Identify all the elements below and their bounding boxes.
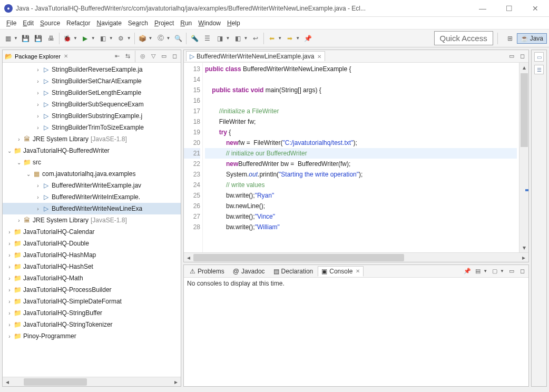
scrollbar-thumb[interactable] xyxy=(521,73,528,147)
code-line[interactable]: newBufferedWriter bw = BufferedWriter(fw… xyxy=(205,159,517,169)
chevron-down-icon[interactable]: ▼ xyxy=(278,36,282,41)
pin-icon[interactable]: 📌 xyxy=(302,33,313,44)
expand-icon[interactable]: › xyxy=(6,310,13,316)
tree-item[interactable]: ›🏛JRE System Library[JavaSE-1.8] xyxy=(3,214,181,226)
forward-icon[interactable]: ➡ xyxy=(284,33,296,44)
scrollbar-thumb[interactable] xyxy=(193,254,404,261)
maximize-icon[interactable]: ◻ xyxy=(518,267,526,276)
expand-icon[interactable]: › xyxy=(34,102,42,107)
new-icon[interactable]: ▦ xyxy=(2,33,14,44)
minimize-icon[interactable]: ▭ xyxy=(507,52,516,61)
expand-icon[interactable]: › xyxy=(34,125,42,131)
focus-icon[interactable]: ◎ xyxy=(139,52,147,61)
expand-icon[interactable]: › xyxy=(34,67,42,73)
code-line[interactable]: public static void main(String[] args) { xyxy=(205,85,517,95)
code-line[interactable]: FileWriter fw; xyxy=(205,116,517,127)
run-icon[interactable]: ▶ xyxy=(80,33,91,44)
expand-icon[interactable]: › xyxy=(6,241,13,247)
tree-item[interactable]: ›📁Pinoy-Programmer xyxy=(3,330,181,342)
pin-console-icon[interactable]: 📌 xyxy=(463,267,472,276)
expand-icon[interactable]: › xyxy=(6,229,13,235)
code-editor[interactable]: public class BufferedWriterWriteNewLineE… xyxy=(203,63,519,252)
code-line[interactable]: bw.write();"Vince" xyxy=(205,211,517,222)
save-icon[interactable]: 💾 xyxy=(20,33,32,44)
tree-item[interactable]: ⌄📁JavaTutorialHQ-BufferedWriter xyxy=(3,145,181,156)
scroll-up-icon[interactable]: ▴ xyxy=(519,63,528,72)
horizontal-scrollbar[interactable]: ◂ ▸ xyxy=(3,377,181,386)
chevron-down-icon[interactable]: ▼ xyxy=(296,36,300,41)
expand-icon[interactable]: › xyxy=(34,90,42,96)
tree-item[interactable]: ›📁JavaTutorialHQ-Calendar xyxy=(3,226,181,238)
tree-item[interactable]: ›▷StringBuilderSetLengthExample xyxy=(3,87,181,99)
code-line[interactable]: bw.write();"Ryan" xyxy=(205,190,517,201)
tree-item[interactable]: ›▷StringBuilderSubSequenceExam xyxy=(3,99,181,110)
expand-icon[interactable]: › xyxy=(6,299,13,305)
tree-item[interactable]: ›▷StringBuilderTrimToSizeExample xyxy=(3,122,181,133)
expand-icon[interactable]: › xyxy=(6,322,13,328)
debug-icon[interactable]: 🐞 xyxy=(62,33,73,44)
chevron-down-icon[interactable]: ▼ xyxy=(483,269,487,273)
expand-icon[interactable]: › xyxy=(6,287,13,293)
minimize-icon[interactable]: ▭ xyxy=(160,52,168,61)
scroll-left-icon[interactable]: ◂ xyxy=(3,377,12,387)
chevron-down-icon[interactable]: ▼ xyxy=(91,36,95,41)
tree-item[interactable]: ›📁JavaTutorialHQ-HashSet xyxy=(3,261,181,272)
tab-problems[interactable]: ⚠Problems xyxy=(186,266,228,277)
annotation-icon[interactable]: ◨ xyxy=(214,33,226,44)
minimize-icon[interactable]: ▭ xyxy=(507,267,516,276)
menu-window[interactable]: Window xyxy=(195,18,224,28)
new-class-icon[interactable]: Ⓒ xyxy=(155,33,166,44)
tree-item[interactable]: ›📁JavaTutorialHQ-ProcessBuilder xyxy=(3,284,181,296)
expand-icon[interactable]: › xyxy=(6,264,13,270)
search-icon[interactable]: 🔦 xyxy=(189,33,200,44)
chevron-down-icon[interactable]: ▼ xyxy=(500,269,504,273)
expand-icon[interactable]: › xyxy=(15,136,23,142)
new-package-icon[interactable]: 📦 xyxy=(137,33,149,44)
menu-edit[interactable]: Edit xyxy=(19,18,37,28)
tree-item[interactable]: ›📁JavaTutorialHQ-HashMap xyxy=(3,249,181,261)
menu-source[interactable]: Source xyxy=(37,18,63,28)
scroll-left-icon[interactable]: ◂ xyxy=(184,253,193,262)
tab-console[interactable]: ▣Console✕ xyxy=(318,266,364,277)
chevron-down-icon[interactable]: ▼ xyxy=(149,36,153,41)
code-line[interactable]: public class BufferedWriterWriteNewLineE… xyxy=(205,64,517,74)
scroll-right-icon[interactable]: ▸ xyxy=(171,377,181,387)
restore-icon[interactable]: ▭ xyxy=(534,52,544,62)
close-button[interactable]: ✕ xyxy=(526,4,545,13)
code-line[interactable]: //initialize a FileWriter xyxy=(205,106,517,116)
scroll-down-icon[interactable]: ▾ xyxy=(519,243,528,252)
external-tools-icon[interactable]: ⚙ xyxy=(115,33,127,44)
expand-icon[interactable]: › xyxy=(34,79,42,84)
tree-item[interactable]: ⌄📁src xyxy=(3,156,181,168)
tree-item[interactable]: ›📁JavaTutorialHQ-StringTokenizer xyxy=(3,319,181,330)
chevron-down-icon[interactable]: ▼ xyxy=(166,36,171,41)
code-line[interactable]: System.out.println("Starting the write o… xyxy=(205,169,517,180)
next-annotation-icon[interactable]: ◧ xyxy=(232,33,243,44)
tree-item[interactable]: ›▷StringBuilderSubstringExample.j xyxy=(3,110,181,122)
expand-icon[interactable]: › xyxy=(34,183,42,189)
close-icon[interactable]: ✕ xyxy=(64,53,68,59)
expand-icon[interactable]: › xyxy=(34,194,42,200)
tree-item[interactable]: ⌄▦com.javatutorialhq.java.examples xyxy=(3,168,181,180)
quick-access-input[interactable]: Quick Access xyxy=(434,31,493,45)
chevron-down-icon[interactable]: ▼ xyxy=(109,36,113,41)
vertical-scrollbar[interactable]: ▴ ▾ xyxy=(519,63,528,252)
chevron-down-icon[interactable]: ▼ xyxy=(127,36,131,41)
open-type-icon[interactable]: 🔍 xyxy=(172,33,184,44)
menu-file[interactable]: File xyxy=(3,18,19,28)
code-line[interactable]: try { xyxy=(205,127,517,138)
maximize-button[interactable]: ☐ xyxy=(499,4,518,13)
menu-refactor[interactable]: Refactor xyxy=(63,18,93,28)
code-line[interactable]: // initialize our BufferedWriter xyxy=(205,148,517,159)
chevron-down-icon[interactable]: ▼ xyxy=(226,36,230,41)
code-line[interactable]: bw.write();"William" xyxy=(205,222,517,232)
scrollbar-thumb[interactable] xyxy=(24,378,87,386)
open-console-icon[interactable]: ▢ xyxy=(491,267,499,276)
expand-icon[interactable]: › xyxy=(6,334,13,339)
maximize-icon[interactable]: ◻ xyxy=(518,52,526,61)
menu-search[interactable]: Search xyxy=(125,18,151,28)
display-console-icon[interactable]: ▤ xyxy=(474,267,482,276)
tree-item[interactable]: ›▷BufferedWriterWriteExample.jav xyxy=(3,180,181,191)
java-perspective-button[interactable]: ☕ Java xyxy=(517,33,547,44)
tree-item[interactable]: ›🏛JRE System Library[JavaSE-1.8] xyxy=(3,133,181,145)
